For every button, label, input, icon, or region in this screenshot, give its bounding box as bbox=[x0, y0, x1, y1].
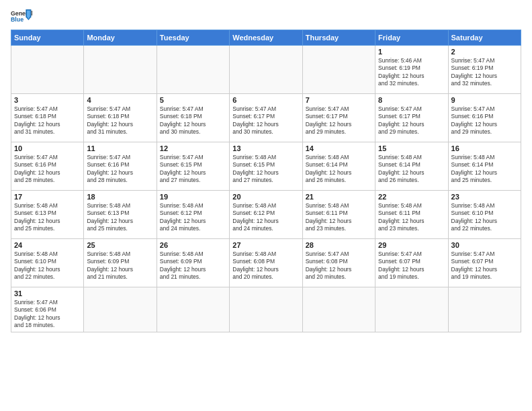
col-header-saturday: Saturday bbox=[448, 30, 521, 46]
day-cell: 13Sunrise: 5:48 AM Sunset: 6:15 PM Dayli… bbox=[230, 142, 302, 191]
day-info: Sunrise: 5:48 AM Sunset: 6:09 PM Dayligh… bbox=[87, 250, 153, 281]
day-number: 17 bbox=[14, 193, 81, 201]
day-cell: 24Sunrise: 5:48 AM Sunset: 6:10 PM Dayli… bbox=[11, 239, 84, 287]
day-cell bbox=[302, 287, 375, 332]
day-info: Sunrise: 5:48 AM Sunset: 6:15 PM Dayligh… bbox=[232, 154, 299, 185]
day-number: 22 bbox=[378, 193, 445, 201]
day-cell bbox=[230, 287, 302, 332]
day-cell bbox=[375, 287, 448, 332]
day-number: 9 bbox=[451, 96, 518, 104]
day-cell bbox=[11, 46, 84, 94]
day-cell: 10Sunrise: 5:47 AM Sunset: 6:16 PM Dayli… bbox=[11, 142, 84, 191]
day-number: 14 bbox=[306, 144, 372, 152]
day-cell: 21Sunrise: 5:48 AM Sunset: 6:11 PM Dayli… bbox=[302, 191, 375, 239]
day-info: Sunrise: 5:47 AM Sunset: 6:17 PM Dayligh… bbox=[306, 105, 372, 136]
logo: General Blue bbox=[11, 8, 32, 27]
day-info: Sunrise: 5:48 AM Sunset: 6:12 PM Dayligh… bbox=[160, 202, 226, 233]
day-cell bbox=[448, 287, 521, 332]
day-cell: 27Sunrise: 5:48 AM Sunset: 6:08 PM Dayli… bbox=[230, 239, 302, 287]
day-number: 19 bbox=[160, 193, 226, 201]
day-info: Sunrise: 5:48 AM Sunset: 6:08 PM Dayligh… bbox=[232, 250, 299, 281]
day-number: 2 bbox=[451, 48, 518, 56]
day-cell bbox=[230, 46, 302, 94]
day-info: Sunrise: 5:47 AM Sunset: 6:16 PM Dayligh… bbox=[87, 154, 153, 185]
day-cell: 30Sunrise: 5:47 AM Sunset: 6:07 PM Dayli… bbox=[448, 239, 521, 287]
day-number: 15 bbox=[378, 144, 445, 152]
week-row-5: 24Sunrise: 5:48 AM Sunset: 6:10 PM Dayli… bbox=[11, 239, 521, 287]
day-number: 16 bbox=[451, 144, 518, 152]
day-number: 25 bbox=[87, 241, 153, 249]
day-number: 3 bbox=[14, 96, 81, 104]
day-number: 7 bbox=[306, 96, 372, 104]
day-number: 21 bbox=[306, 193, 372, 201]
day-number: 5 bbox=[160, 96, 226, 104]
day-cell: 6Sunrise: 5:47 AM Sunset: 6:17 PM Daylig… bbox=[230, 94, 302, 142]
day-number: 12 bbox=[160, 144, 226, 152]
day-cell: 11Sunrise: 5:47 AM Sunset: 6:16 PM Dayli… bbox=[84, 142, 157, 191]
col-header-monday: Monday bbox=[84, 30, 157, 46]
day-info: Sunrise: 5:47 AM Sunset: 6:19 PM Dayligh… bbox=[451, 57, 518, 88]
day-cell: 23Sunrise: 5:48 AM Sunset: 6:10 PM Dayli… bbox=[448, 191, 521, 239]
day-info: Sunrise: 5:47 AM Sunset: 6:07 PM Dayligh… bbox=[378, 250, 445, 281]
col-header-thursday: Thursday bbox=[302, 30, 375, 46]
day-number: 26 bbox=[160, 241, 226, 249]
week-row-2: 3Sunrise: 5:47 AM Sunset: 6:18 PM Daylig… bbox=[11, 94, 521, 142]
day-info: Sunrise: 5:47 AM Sunset: 6:16 PM Dayligh… bbox=[451, 105, 518, 136]
day-cell: 28Sunrise: 5:47 AM Sunset: 6:08 PM Dayli… bbox=[302, 239, 375, 287]
day-cell bbox=[302, 46, 375, 94]
day-cell: 2Sunrise: 5:47 AM Sunset: 6:19 PM Daylig… bbox=[448, 46, 521, 94]
day-cell: 9Sunrise: 5:47 AM Sunset: 6:16 PM Daylig… bbox=[448, 94, 521, 142]
day-info: Sunrise: 5:47 AM Sunset: 6:16 PM Dayligh… bbox=[14, 154, 81, 185]
day-cell: 14Sunrise: 5:48 AM Sunset: 6:14 PM Dayli… bbox=[302, 142, 375, 191]
day-info: Sunrise: 5:48 AM Sunset: 6:12 PM Dayligh… bbox=[232, 202, 299, 233]
day-cell: 19Sunrise: 5:48 AM Sunset: 6:12 PM Dayli… bbox=[157, 191, 229, 239]
day-number: 8 bbox=[378, 96, 445, 104]
calendar-header: SundayMondayTuesdayWednesdayThursdayFrid… bbox=[11, 30, 521, 46]
day-info: Sunrise: 5:47 AM Sunset: 6:06 PM Dayligh… bbox=[14, 299, 81, 330]
day-number: 4 bbox=[87, 96, 153, 104]
day-info: Sunrise: 5:47 AM Sunset: 6:15 PM Dayligh… bbox=[160, 154, 226, 185]
day-number: 24 bbox=[14, 241, 81, 249]
day-info: Sunrise: 5:48 AM Sunset: 6:10 PM Dayligh… bbox=[451, 202, 518, 233]
day-info: Sunrise: 5:47 AM Sunset: 6:18 PM Dayligh… bbox=[87, 105, 153, 136]
day-cell: 1Sunrise: 5:46 AM Sunset: 6:19 PM Daylig… bbox=[375, 46, 448, 94]
day-info: Sunrise: 5:47 AM Sunset: 6:17 PM Dayligh… bbox=[232, 105, 299, 136]
day-info: Sunrise: 5:47 AM Sunset: 6:08 PM Dayligh… bbox=[306, 250, 372, 281]
day-number: 23 bbox=[451, 193, 518, 201]
day-info: Sunrise: 5:46 AM Sunset: 6:19 PM Dayligh… bbox=[378, 57, 445, 88]
day-cell bbox=[157, 287, 229, 332]
col-header-wednesday: Wednesday bbox=[230, 30, 302, 46]
day-number: 10 bbox=[14, 144, 81, 152]
day-info: Sunrise: 5:47 AM Sunset: 6:18 PM Dayligh… bbox=[160, 105, 226, 136]
day-info: Sunrise: 5:48 AM Sunset: 6:14 PM Dayligh… bbox=[451, 154, 518, 185]
day-cell: 4Sunrise: 5:47 AM Sunset: 6:18 PM Daylig… bbox=[84, 94, 157, 142]
calendar-table: SundayMondayTuesdayWednesdayThursdayFrid… bbox=[11, 30, 521, 332]
day-number: 29 bbox=[378, 241, 445, 249]
col-header-sunday: Sunday bbox=[11, 30, 84, 46]
day-cell bbox=[84, 46, 157, 94]
header-row: SundayMondayTuesdayWednesdayThursdayFrid… bbox=[11, 30, 521, 46]
day-cell: 7Sunrise: 5:47 AM Sunset: 6:17 PM Daylig… bbox=[302, 94, 375, 142]
page: General Blue SundayMondayTuesdayWednesda… bbox=[0, 0, 532, 338]
day-info: Sunrise: 5:48 AM Sunset: 6:11 PM Dayligh… bbox=[306, 202, 372, 233]
day-number: 13 bbox=[232, 144, 299, 152]
day-number: 18 bbox=[87, 193, 153, 201]
day-cell: 18Sunrise: 5:48 AM Sunset: 6:13 PM Dayli… bbox=[84, 191, 157, 239]
week-row-1: 1Sunrise: 5:46 AM Sunset: 6:19 PM Daylig… bbox=[11, 46, 521, 94]
day-cell: 12Sunrise: 5:47 AM Sunset: 6:15 PM Dayli… bbox=[157, 142, 229, 191]
day-number: 27 bbox=[232, 241, 299, 249]
day-info: Sunrise: 5:47 AM Sunset: 6:18 PM Dayligh… bbox=[14, 105, 81, 136]
day-cell: 29Sunrise: 5:47 AM Sunset: 6:07 PM Dayli… bbox=[375, 239, 448, 287]
day-info: Sunrise: 5:47 AM Sunset: 6:17 PM Dayligh… bbox=[378, 105, 445, 136]
week-row-6: 31Sunrise: 5:47 AM Sunset: 6:06 PM Dayli… bbox=[11, 287, 521, 332]
day-info: Sunrise: 5:48 AM Sunset: 6:11 PM Dayligh… bbox=[378, 202, 445, 233]
week-row-3: 10Sunrise: 5:47 AM Sunset: 6:16 PM Dayli… bbox=[11, 142, 521, 191]
day-cell bbox=[84, 287, 157, 332]
day-cell: 15Sunrise: 5:48 AM Sunset: 6:14 PM Dayli… bbox=[375, 142, 448, 191]
day-cell: 20Sunrise: 5:48 AM Sunset: 6:12 PM Dayli… bbox=[230, 191, 302, 239]
generalblue-logo-icon: General Blue bbox=[11, 8, 32, 27]
day-info: Sunrise: 5:47 AM Sunset: 6:07 PM Dayligh… bbox=[451, 250, 518, 281]
header: General Blue bbox=[11, 8, 521, 27]
day-info: Sunrise: 5:48 AM Sunset: 6:10 PM Dayligh… bbox=[14, 250, 81, 281]
day-info: Sunrise: 5:48 AM Sunset: 6:13 PM Dayligh… bbox=[14, 202, 81, 233]
